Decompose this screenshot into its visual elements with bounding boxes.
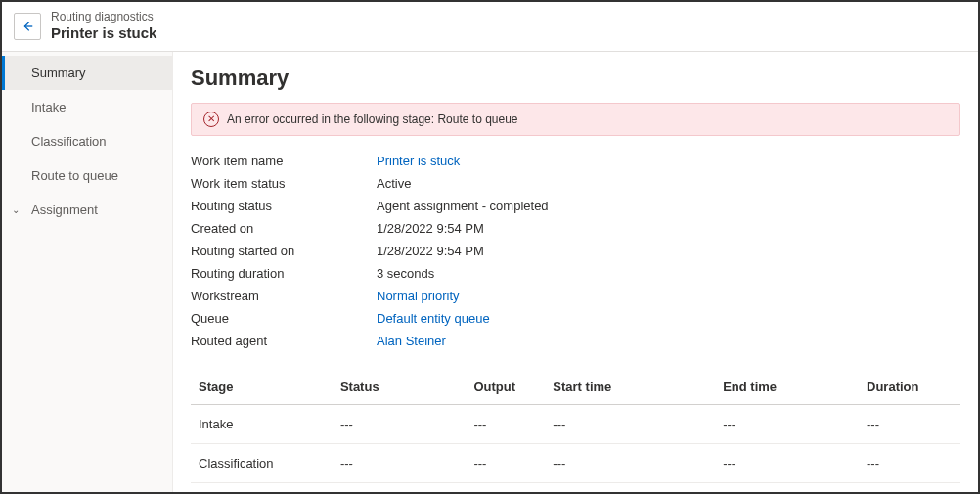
- sidebar-item-assignment[interactable]: ⌄ Assignment: [2, 193, 172, 227]
- field-row: Work item statusActive: [191, 172, 960, 195]
- table-header: Stage: [191, 370, 333, 405]
- field-value[interactable]: Normal priority: [377, 289, 460, 303]
- field-label: Routing status: [191, 199, 377, 213]
- page-header: Routing diagnostics Printer is stuck: [2, 2, 978, 52]
- table-row: Route to queue✕Error---1/28/2022 9:54 PM…: [191, 482, 960, 493]
- field-value: 1/28/2022 9:54 PM: [377, 244, 484, 258]
- sidebar-item-label: Summary: [31, 66, 86, 80]
- start-cell: ---: [545, 404, 715, 443]
- field-value: Agent assignment - completed: [377, 199, 549, 213]
- start-cell: 1/28/2022 9:54 PM: [545, 482, 715, 493]
- stage-cell[interactable]: Route to queue: [191, 482, 333, 493]
- field-value[interactable]: Default entity queue: [377, 311, 490, 326]
- field-value[interactable]: Printer is stuck: [377, 154, 460, 168]
- field-label: Routing started on: [191, 244, 377, 258]
- main-content: Summary ✕ An error occurred in the follo…: [173, 52, 978, 493]
- field-label: Routed agent: [191, 334, 377, 348]
- field-label: Routing duration: [191, 266, 377, 281]
- table-row: Intake---------------: [191, 404, 960, 443]
- sidebar-item-route-to-queue[interactable]: Route to queue: [2, 158, 172, 193]
- field-label: Queue: [191, 311, 377, 326]
- end-cell: ---: [715, 443, 859, 482]
- sidebar-item-label: Route to queue: [31, 168, 118, 183]
- stages-table: StageStatusOutputStart timeEnd timeDurat…: [191, 370, 960, 493]
- sidebar-item-label: Classification: [31, 134, 107, 149]
- field-label: Workstream: [191, 289, 377, 303]
- sidebar: Summary Intake Classification Route to q…: [2, 52, 173, 493]
- status-cell: ✕Error: [333, 482, 467, 493]
- table-header: Output: [466, 370, 545, 405]
- field-row: Routed agentAlan Steiner: [191, 330, 960, 352]
- field-label: Work item status: [191, 176, 377, 191]
- duration-cell: ---: [859, 443, 960, 482]
- error-icon: ✕: [203, 112, 219, 127]
- field-row: Routing started on1/28/2022 9:54 PM: [191, 240, 960, 262]
- error-banner: ✕ An error occurred in the following sta…: [191, 103, 960, 136]
- field-row: QueueDefault entity queue: [191, 307, 960, 330]
- table-header: Status: [333, 370, 467, 405]
- output-cell: ---: [466, 482, 545, 493]
- table-header: End time: [715, 370, 859, 405]
- field-row: Created on1/28/2022 9:54 PM: [191, 217, 960, 240]
- output-cell: ---: [466, 404, 545, 443]
- arrow-left-icon: [21, 20, 34, 33]
- field-value: 1/28/2022 9:54 PM: [377, 221, 484, 236]
- end-cell: ---: [715, 404, 859, 443]
- duration-cell: 0 seconds: [859, 482, 960, 493]
- stage-cell: Classification: [191, 443, 333, 482]
- table-header: Start time: [545, 370, 715, 405]
- field-row: Work item namePrinter is stuck: [191, 150, 960, 172]
- field-row: Routing duration3 seconds: [191, 262, 960, 285]
- field-value[interactable]: Alan Steiner: [377, 334, 446, 348]
- sidebar-item-label: Intake: [31, 100, 66, 114]
- content-title: Summary: [191, 66, 960, 91]
- table-header: Duration: [859, 370, 960, 405]
- output-cell: ---: [466, 443, 545, 482]
- sidebar-item-intake[interactable]: Intake: [2, 90, 172, 124]
- duration-cell: ---: [859, 404, 960, 443]
- field-row: WorkstreamNormal priority: [191, 285, 960, 307]
- sidebar-item-label: Assignment: [31, 202, 98, 217]
- page-title: Printer is stuck: [51, 24, 156, 43]
- field-value: Active: [377, 176, 411, 191]
- status-cell: ---: [333, 404, 467, 443]
- sidebar-item-classification[interactable]: Classification: [2, 124, 172, 158]
- field-value: 3 seconds: [377, 266, 434, 281]
- field-label: Created on: [191, 221, 377, 236]
- sidebar-item-summary[interactable]: Summary: [2, 56, 172, 90]
- start-cell: ---: [545, 443, 715, 482]
- field-label: Work item name: [191, 154, 377, 168]
- stage-cell: Intake: [191, 404, 333, 443]
- back-button[interactable]: [14, 13, 41, 40]
- field-row: Routing statusAgent assignment - complet…: [191, 195, 960, 217]
- chevron-down-icon: ⌄: [12, 204, 20, 215]
- status-cell: ---: [333, 443, 467, 482]
- end-cell: 1/28/2022 9:5...: [715, 482, 859, 493]
- breadcrumb: Routing diagnostics: [51, 10, 156, 24]
- summary-fields: Work item namePrinter is stuckWork item …: [191, 150, 960, 352]
- error-text: An error occurred in the following stage…: [227, 112, 518, 126]
- table-row: Classification---------------: [191, 443, 960, 482]
